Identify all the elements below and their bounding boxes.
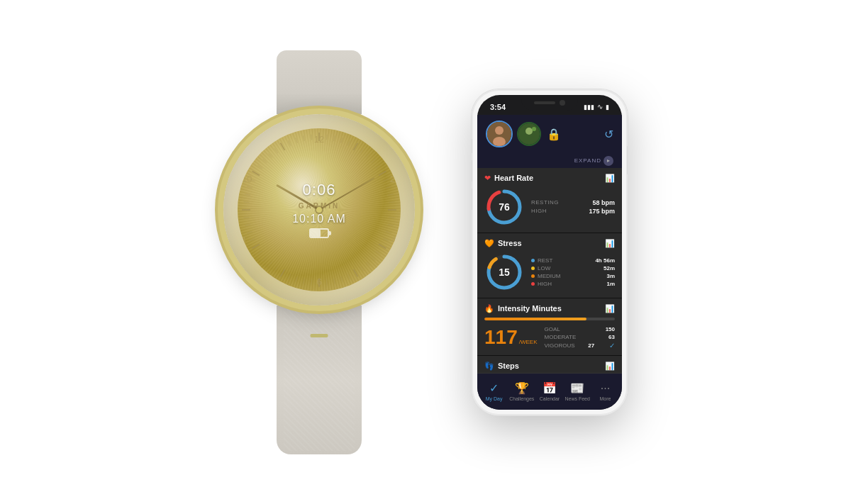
intensity-card-header: 🔥 Intensity Minutes 📊: [484, 304, 615, 313]
card-title-row: ❤ Heart Rate: [484, 174, 533, 183]
resting-stat: RESTING 58 bpm: [531, 199, 615, 206]
heart-icon: ❤: [484, 174, 491, 183]
stress-chart-icon[interactable]: 📊: [605, 239, 615, 248]
watch-analog-time: 10:10 AM: [292, 213, 346, 225]
rest-dot: [531, 259, 535, 262]
rest-legend-value: 4h 56m: [595, 257, 615, 264]
lock-icon: 🔒: [547, 128, 561, 141]
vigorous-value: 27: [588, 342, 594, 349]
watch-digital-time: 0:06: [303, 181, 336, 199]
friends-avatar[interactable]: [517, 122, 541, 146]
more-label: More: [599, 396, 611, 401]
stress-ring: 15: [484, 252, 524, 292]
steps-chart-icon[interactable]: 📊: [605, 362, 615, 371]
nav-my-day[interactable]: ✓ My Day: [480, 381, 508, 401]
card-body: 76 RESTING 58 bpm HIGH 175 bpm: [484, 187, 615, 227]
hand-center: [316, 207, 322, 213]
sync-icon[interactable]: ↺: [604, 128, 613, 141]
phone: 3:54 ▮▮▮ ∿ ▮: [472, 89, 628, 415]
low-legend-label: LOW: [538, 265, 601, 271]
intensity-icon: 🔥: [484, 304, 494, 313]
intensity-bar-fill: [484, 318, 586, 320]
battery-icon: ▮: [606, 103, 609, 111]
stress-title: Stress: [498, 239, 522, 247]
intensity-unit: /WEEK: [519, 339, 538, 345]
heart-rate-stats: RESTING 58 bpm HIGH 175 bpm: [531, 199, 615, 215]
intensity-chart-icon[interactable]: 📊: [605, 304, 615, 313]
moderate-value: 63: [608, 334, 615, 340]
stress-card[interactable]: 🧡 Stress 📊: [477, 233, 622, 298]
card-header: ❤ Heart Rate 📊: [484, 174, 615, 183]
vigorous-stat: VIGOROUS 27 ✓: [545, 342, 616, 349]
app-header: 🔒 ↺: [477, 115, 622, 154]
high-value: 175 bpm: [589, 208, 615, 215]
rest-legend: REST 4h 56m: [531, 257, 615, 264]
my-day-label: My Day: [486, 396, 503, 401]
stress-value: 15: [499, 267, 510, 278]
expand-label: EXPAND: [574, 157, 601, 164]
app-content: ❤ Heart Rate 📊: [477, 168, 622, 373]
high-stress-dot: [531, 282, 535, 286]
high-stat: HIGH 175 bpm: [531, 208, 615, 215]
watch: 12 2 4 6 8 10: [223, 50, 415, 454]
intensity-body: 117 /WEEK GOAL 150 MODERATE 63: [484, 326, 615, 349]
watch-band-bottom: [277, 306, 362, 454]
nav-challenges[interactable]: 🏆 Challenges: [508, 381, 535, 401]
steps-card[interactable]: 👣 Steps 📊: [477, 356, 622, 373]
high-stress-legend-label: HIGH: [538, 281, 604, 287]
heart-rate-title: Heart Rate: [494, 174, 533, 182]
medium-legend-label: MEDIUM: [538, 273, 604, 279]
my-day-icon: ✓: [489, 381, 499, 395]
goal-stat: GOAL 150: [545, 326, 616, 332]
expand-row[interactable]: EXPAND ▸: [477, 154, 622, 168]
watch-battery: [309, 228, 329, 238]
medium-dot: [531, 274, 535, 278]
svg-point-65: [532, 127, 536, 131]
nav-calendar[interactable]: 📅 Calendar: [535, 381, 563, 401]
user-avatar[interactable]: [486, 121, 513, 147]
intensity-title: Intensity Minutes: [498, 304, 562, 313]
calendar-label: Calendar: [540, 396, 560, 401]
status-icons: ▮▮▮ ∿ ▮: [584, 103, 609, 111]
stress-title-row: 🧡 Stress: [484, 239, 522, 248]
svg-point-61: [495, 126, 504, 135]
low-legend: LOW 52m: [531, 265, 615, 271]
high-stress-legend-value: 1m: [606, 281, 615, 287]
phone-vol-up-button: [472, 160, 472, 181]
notch-speaker: [534, 101, 555, 104]
goal-value: 150: [606, 326, 615, 332]
intensity-stats: GOAL 150 MODERATE 63 VIGOROUS 27: [545, 326, 616, 349]
resting-label: RESTING: [531, 199, 559, 206]
watch-hands: [238, 128, 401, 291]
notch-camera: [560, 100, 565, 106]
vigorous-label: VIGOROUS: [545, 342, 575, 349]
medium-legend-value: 3m: [606, 273, 615, 279]
stress-legend: REST 4h 56m LOW 52m ME: [531, 257, 615, 287]
watch-body: 12 2 4 6 8 10: [223, 114, 415, 306]
expand-icon: ▸: [604, 156, 613, 166]
phone-power-button: [627, 146, 628, 174]
rest-legend-label: REST: [538, 257, 592, 264]
challenges-icon: 🏆: [515, 381, 529, 395]
nav-more[interactable]: ··· More: [591, 382, 619, 401]
avatar-face: [487, 122, 511, 146]
phone-mute-button: [472, 139, 472, 153]
svg-point-64: [525, 128, 533, 135]
intensity-bar-container: [484, 318, 615, 320]
status-time: 3:54: [490, 103, 506, 111]
intensity-card[interactable]: 🔥 Intensity Minutes 📊 117 /WEEK: [477, 298, 622, 355]
watch-battery-fill: [311, 230, 321, 237]
stress-card-header: 🧡 Stress 📊: [484, 239, 615, 248]
intensity-title-row: 🔥 Intensity Minutes: [484, 304, 562, 313]
wifi-icon: ∿: [597, 103, 603, 111]
phone-notch: [521, 95, 578, 111]
steps-card-header: 👣 Steps 📊: [484, 362, 615, 371]
watch-band-buckle: [311, 334, 328, 337]
heart-rate-chart-icon[interactable]: 📊: [605, 174, 615, 183]
watch-band-top: [277, 50, 362, 114]
phone-vol-down-button: [472, 189, 472, 210]
nav-news-feed[interactable]: 📰 News Feed: [564, 381, 591, 401]
challenges-label: Challenges: [509, 396, 534, 401]
heart-rate-card[interactable]: ❤ Heart Rate 📊: [477, 168, 622, 233]
high-stress-legend: HIGH 1m: [531, 281, 615, 287]
